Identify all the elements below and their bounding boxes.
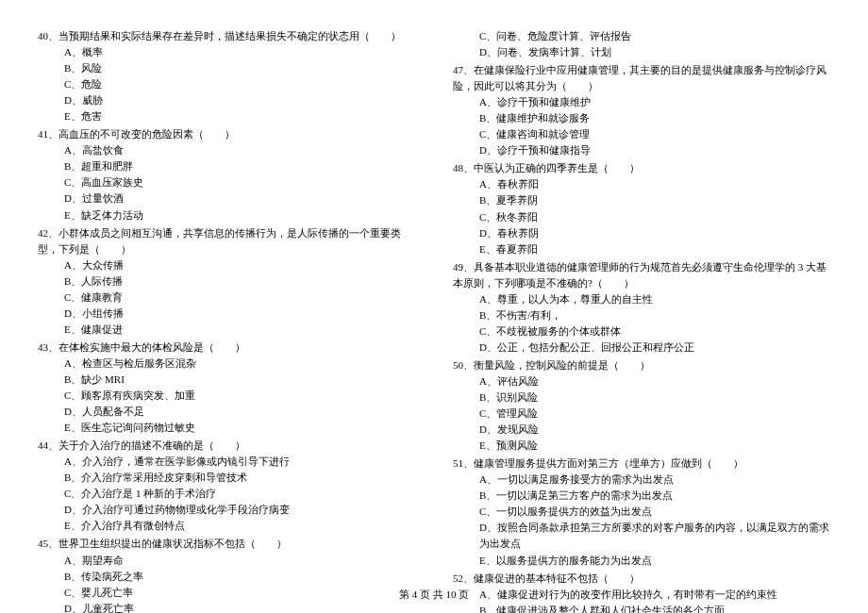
question-option: C、管理风险 [453,406,830,422]
page-footer: 第 4 页 共 10 页 [0,588,868,602]
question-option: B、识别风险 [453,389,830,406]
question-option: C、问卷、危险度计算、评估报告 [453,28,830,44]
question-stem: 45、世界卫生组织提出的健康状况指标不包括（ ） [38,536,415,552]
question-option: B、一切以满足第三方客户的需求为出发点 [453,488,830,504]
question-option: C、顾客原有疾病突发、加重 [38,388,415,404]
question-option: B、超重和肥胖 [38,158,415,174]
question-option: A、检查区与检后服务区混杂 [38,356,415,372]
question-option: C、健康咨询和就诊管理 [453,126,830,142]
question: 40、当预期结果和实际结果存在差异时，描述结果损失不确定的状态用（ ）A、概率B… [38,28,415,124]
question: 49、具备基本职业道德的健康管理师的行为规范首先必须遵守生命伦理学的 3 大基本… [453,259,830,356]
question-option: E、以服务提供方的服务能力为出发点 [453,553,830,569]
question: 51、健康管理服务提供方面对第三方（埋单方）应做到（ ）A、一切以满足服务接受方… [453,456,830,568]
question-option: B、传染病死之率 [38,569,415,585]
question-option: B、健康促进涉及整个人群和人们社会生活的各个方面 [453,603,830,613]
question-option: D、威胁 [38,92,415,108]
question-option: D、公正，包括分配公正、回报公正和程序公正 [453,340,830,356]
question-option: A、期望寿命 [38,553,415,569]
question-stem: 47、在健康保险行业中应用健康管理，其主要的目的是提供健康服务与控制诊疗风险，因… [453,62,830,94]
question-stem: 49、具备基本职业道德的健康管理师的行为规范首先必须遵守生命伦理学的 3 大基本… [453,259,830,291]
question: 43、在体检实施中最大的体检风险是（ ）A、检查区与检后服务区混杂B、缺少 MR… [38,340,415,436]
question-stem: 41、高血压的不可改变的危险因素（ ） [38,126,415,142]
question-stem: 42、小群体成员之间相互沟通，共享信息的传播行为，是人际传播的一个重要类型，下列… [38,225,415,257]
question-option: D、发现风险 [453,422,830,438]
question-stem: 48、中医认为正确的四季养生是（ ） [453,160,830,176]
question: C、问卷、危险度计算、评估报告D、问卷、发病率计算、计划 [453,28,830,60]
question-option: E、春夏养阳 [453,241,830,257]
question: 50、衡量风险，控制风险的前提是（ ）A、评估风险B、识别风险C、管理风险D、发… [453,357,830,454]
question-option: E、预测风险 [453,438,830,454]
question-stem: 50、衡量风险，控制风险的前提是（ ） [453,357,830,373]
question-option: A、春秋养阳 [453,176,830,192]
question-option: E、介入治疗具有微创特点 [38,518,415,534]
question-option: D、问卷、发病率计算、计划 [453,44,830,60]
question-option: C、不歧视被服务的个体或群体 [453,323,830,340]
question-option: A、高盐饮食 [38,142,415,158]
question-option: D、儿童死亡率 [38,601,415,613]
question: 41、高血压的不可改变的危险因素（ ）A、高盐饮食B、超重和肥胖C、高血压家族史… [38,126,415,223]
question: 42、小群体成员之间相互沟通，共享信息的传播行为，是人际传播的一个重要类型，下列… [38,225,415,338]
question: 48、中医认为正确的四季养生是（ ）A、春秋养阳B、夏季养阴C、秋冬养阳D、春秋… [453,160,830,257]
question-option: E、健康促进 [38,322,415,338]
question-option: A、概率 [38,44,415,60]
question-option: D、介入治疗可通过药物物理或化学手段治疗病变 [38,502,415,518]
question-option: E、危害 [38,108,415,124]
right-column: C、问卷、危险度计算、评估报告D、问卷、发病率计算、计划47、在健康保险行业中应… [453,28,830,613]
question-option: E、缺乏体力活动 [38,207,415,224]
question-option: A、介入治疗，通常在医学影像或内镜引导下进行 [38,454,415,470]
question-stem: 43、在体检实施中最大的体检风险是（ ） [38,340,415,356]
question-option: D、按照合同条款承担第三方所要求的对客户服务的内容，以满足双方的需求为出发点 [453,520,830,552]
question-option: A、评估风险 [453,373,830,389]
question-option: B、不伤害/有利， [453,307,830,323]
page-content: 40、当预期结果和实际结果存在差异时，描述结果损失不确定的状态用（ ）A、概率B… [0,0,868,613]
question-stem: 51、健康管理服务提供方面对第三方（埋单方）应做到（ ） [453,456,830,472]
question-option: B、缺少 MRI [38,372,415,388]
question-option: A、尊重，以人为本，尊重人的自主性 [453,291,830,307]
question-option: B、人际传播 [38,273,415,290]
question-option: C、危险 [38,76,415,92]
question-option: B、风险 [38,60,415,76]
question-option: C、高血压家族史 [38,174,415,191]
question-option: A、大众传播 [38,257,415,273]
question-option: C、一切以服务提供方的效益为出发点 [453,504,830,520]
left-column: 40、当预期结果和实际结果存在差异时，描述结果损失不确定的状态用（ ）A、概率B… [38,28,415,613]
question-option: D、过量饮酒 [38,191,415,207]
question-option: D、春秋养阴 [453,225,830,241]
question-option: E、医生忘记询问药物过敏史 [38,420,415,436]
question-option: D、人员配备不足 [38,404,415,420]
question-option: A、一切以满足服务接受方的需求为出发点 [453,472,830,488]
question-option: C、介入治疗是 1 种新的手术治疗 [38,486,415,502]
question-option: D、诊疗干预和健康指导 [453,142,830,158]
question-option: B、夏季养阴 [453,192,830,208]
question: 47、在健康保险行业中应用健康管理，其主要的目的是提供健康服务与控制诊疗风险，因… [453,62,830,158]
question-option: C、健康教育 [38,290,415,306]
question-option: B、健康维护和就诊服务 [453,110,830,126]
question-option: D、小组传播 [38,306,415,322]
question-stem: 44、关于介入治疗的描述不准确的是（ ） [38,438,415,454]
question-stem: 52、健康促进的基本特征不包括（ ） [453,571,830,587]
question-stem: 40、当预期结果和实际结果存在差异时，描述结果损失不确定的状态用（ ） [38,28,415,44]
question: 44、关于介入治疗的描述不准确的是（ ）A、介入治疗，通常在医学影像或内镜引导下… [38,438,415,534]
question-option: A、诊疗干预和健康维护 [453,94,830,110]
question-option: C、秋冬养阳 [453,209,830,225]
question-option: B、介入治疗常采用经皮穿刺和导管技术 [38,470,415,486]
